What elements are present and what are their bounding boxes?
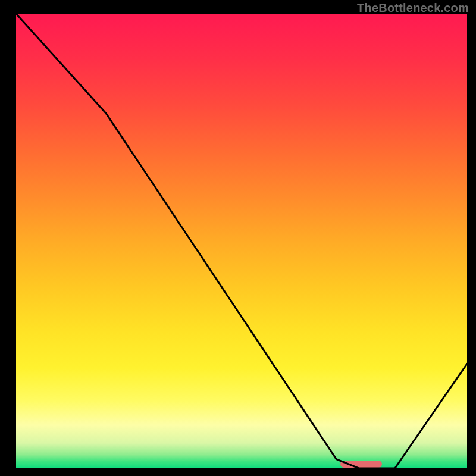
optimal-range-marker	[340, 461, 382, 468]
chart-background-gradient	[16, 14, 467, 468]
watermark-text: TheBottleneck.com	[357, 1, 469, 15]
chart-frame	[16, 14, 467, 468]
svg-rect-0	[16, 14, 467, 468]
